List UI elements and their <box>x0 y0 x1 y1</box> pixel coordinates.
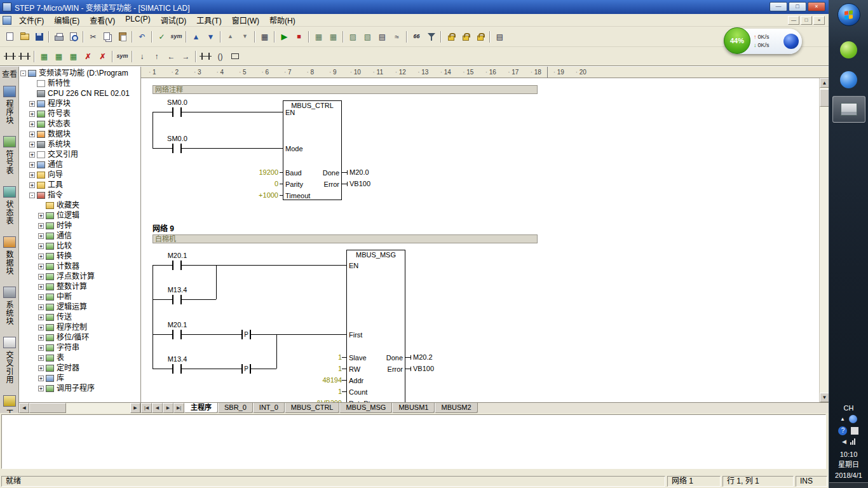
cpu-gauge-widget[interactable]: 44% ↑0K/s ↓0K/s <box>724 29 802 54</box>
pou-tab[interactable]: MBUS_CTRL <box>285 403 340 413</box>
positive-edge-contact[interactable]: P <box>241 364 251 374</box>
parameter-value[interactable]: 1 <box>301 365 342 372</box>
open-file-button[interactable] <box>17 30 32 44</box>
tree-toggle[interactable]: + <box>29 172 35 178</box>
tree-toggle[interactable]: + <box>29 162 35 168</box>
menu-item[interactable]: 窗口(W) <box>227 14 264 26</box>
download-button[interactable]: ▼ <box>203 30 218 44</box>
insert-row-below-button[interactable] <box>17 50 32 64</box>
pause-status-button[interactable]: ▧ <box>360 30 375 44</box>
tree-toggle[interactable]: + <box>38 335 44 341</box>
tree-item[interactable]: + 调用子程序 <box>19 383 140 393</box>
parameter-value[interactable]: 48194 <box>301 376 342 384</box>
menu-item[interactable]: 文件(F) <box>14 14 49 26</box>
menu-item[interactable]: PLC(P) <box>120 14 155 26</box>
viewbar-item[interactable]: 状态表 <box>3 186 16 225</box>
language-indicator[interactable]: CH <box>844 404 854 412</box>
undo-button[interactable]: ↶ <box>135 30 149 44</box>
chart-status-button[interactable]: ▤ <box>375 30 390 44</box>
viewbar-item[interactable]: 程序块 <box>3 86 16 125</box>
delete-network-button[interactable]: ▦ <box>326 30 341 44</box>
tree-toggle[interactable]: + <box>38 264 44 269</box>
tree-item[interactable]: + 状态表 <box>19 119 140 129</box>
no-contact[interactable] <box>172 144 182 153</box>
network-icon[interactable] <box>850 438 855 445</box>
tree-item[interactable]: + 交叉引用 <box>19 149 140 159</box>
sort-ascending-button[interactable]: ▲ <box>223 30 238 44</box>
print-button[interactable] <box>51 30 66 44</box>
symbol-table-toggle-button[interactable]: sym <box>115 50 130 64</box>
tree-item[interactable]: + 比较 <box>19 241 140 251</box>
tree-item[interactable]: + 位逻辑 <box>19 210 140 220</box>
filter-button[interactable] <box>424 30 438 44</box>
tree-item[interactable]: + 系统块 <box>19 139 140 149</box>
scroll-left-button[interactable]: ◀ <box>19 403 29 413</box>
contact-operand-label[interactable]: M20.1 <box>163 252 191 259</box>
insert-coil-button[interactable]: () <box>213 50 227 64</box>
clear-button-2[interactable]: ✗ <box>95 50 110 64</box>
tree-item[interactable]: + 工具 <box>19 180 140 190</box>
tree-item[interactable]: + 数据块 <box>19 129 140 139</box>
help-tray-icon[interactable]: ? <box>838 426 847 435</box>
tab-nav-button[interactable]: ▶ <box>163 403 173 413</box>
parameter-value[interactable]: +1000 <box>238 191 278 199</box>
tree-toggle[interactable]: + <box>38 274 44 280</box>
clear-button-1[interactable]: ✗ <box>81 50 95 64</box>
line-right-button[interactable]: → <box>179 50 193 64</box>
output-operand[interactable]: VB100 <box>413 365 434 372</box>
tree-toggle[interactable]: + <box>38 304 44 310</box>
tree-toggle[interactable]: + <box>38 284 44 290</box>
minimize-button[interactable]: — <box>770 2 787 11</box>
tree-item[interactable]: + 库 <box>19 373 140 383</box>
parameter-value[interactable]: &VB200 <box>301 399 342 402</box>
output-window[interactable] <box>1 414 826 469</box>
volume-icon[interactable]: ◀ <box>842 438 846 445</box>
mdi-restore-button[interactable]: □ <box>801 16 812 25</box>
view-instruction-tree-button[interactable]: ▦ <box>51 50 66 64</box>
symbolic-addressing-button[interactable]: sym <box>169 30 184 44</box>
insert-box-button[interactable] <box>227 50 242 64</box>
trend-view-button[interactable]: ≈ <box>390 30 404 44</box>
find-button[interactable]: 66 <box>409 30 424 44</box>
mbus-ctrl-box[interactable]: MBUS_CTRL EN Mode Baud Parity Timeout Do… <box>283 100 342 200</box>
network-comment-bar[interactable]: 白棉机 <box>153 234 538 243</box>
lock-button-3[interactable] <box>473 30 487 44</box>
tree-item[interactable]: + 转换 <box>19 251 140 261</box>
compile-button[interactable]: ✓ <box>154 30 169 44</box>
tree-item[interactable]: + 传送 <box>19 312 140 322</box>
view-project-tree-button[interactable]: ▦ <box>37 50 51 64</box>
insert-network-button[interactable]: ▦ <box>311 30 326 44</box>
no-contact[interactable] <box>172 107 182 117</box>
tree-item[interactable]: + 程序控制 <box>19 322 140 332</box>
tree-toggle[interactable]: + <box>29 152 35 158</box>
tree-toggle[interactable]: + <box>29 182 35 188</box>
tree-item[interactable]: + 逻辑运算 <box>19 302 140 312</box>
tree-toggle[interactable]: + <box>29 101 35 107</box>
pou-tab[interactable]: MBUSM1 <box>392 403 435 413</box>
tray-icon-app[interactable] <box>851 427 858 435</box>
tree-item[interactable]: + 通信 <box>19 159 140 170</box>
sort-descending-button[interactable]: ▼ <box>238 30 252 44</box>
view-output-window-button[interactable]: ▦ <box>66 50 81 64</box>
tray-icon-blue-orb[interactable] <box>849 415 857 423</box>
tree-toggle[interactable]: + <box>29 132 35 137</box>
tree-toggle[interactable]: + <box>38 223 44 229</box>
tree-toggle[interactable]: + <box>38 243 44 249</box>
parameter-value[interactable]: 19200 <box>238 168 278 176</box>
line-up-button[interactable]: ↑ <box>149 50 164 64</box>
tree-toggle[interactable]: + <box>29 142 35 147</box>
new-file-button[interactable] <box>3 30 17 44</box>
parameter-value[interactable]: 0 <box>238 180 278 187</box>
cpu-gauge-ball[interactable]: 44% <box>724 27 750 54</box>
tree-item[interactable]: + 定时器 <box>19 363 140 373</box>
scrollbar-thumb[interactable] <box>29 403 66 413</box>
scroll-right-button[interactable]: ▶ <box>130 403 140 413</box>
viewbar-item[interactable]: 交叉引用 <box>3 337 16 384</box>
run-button[interactable]: ▶ <box>277 30 292 44</box>
options-button[interactable]: ▦ <box>257 30 272 44</box>
parameter-value[interactable]: 1 <box>301 388 342 395</box>
no-contact[interactable] <box>172 364 182 374</box>
tree-toggle[interactable]: + <box>38 355 44 361</box>
tree-item[interactable]: + 字符串 <box>19 342 140 353</box>
tree-toggle[interactable]: + <box>38 315 44 320</box>
